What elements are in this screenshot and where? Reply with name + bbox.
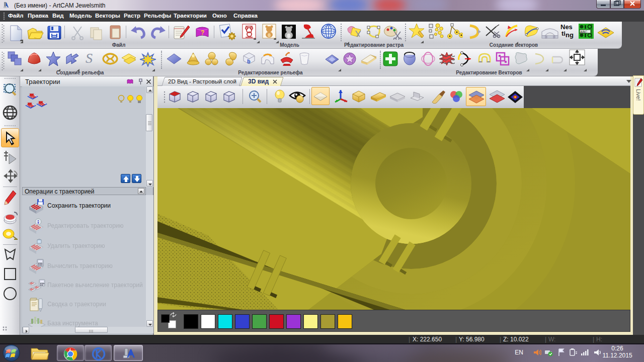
svg-text:ting: ting <box>561 30 574 39</box>
svg-text:b: b <box>247 58 251 64</box>
svg-text:?: ? <box>201 29 204 36</box>
svg-text:S: S <box>86 50 93 66</box>
svg-text:ABC: ABC <box>580 30 587 34</box>
